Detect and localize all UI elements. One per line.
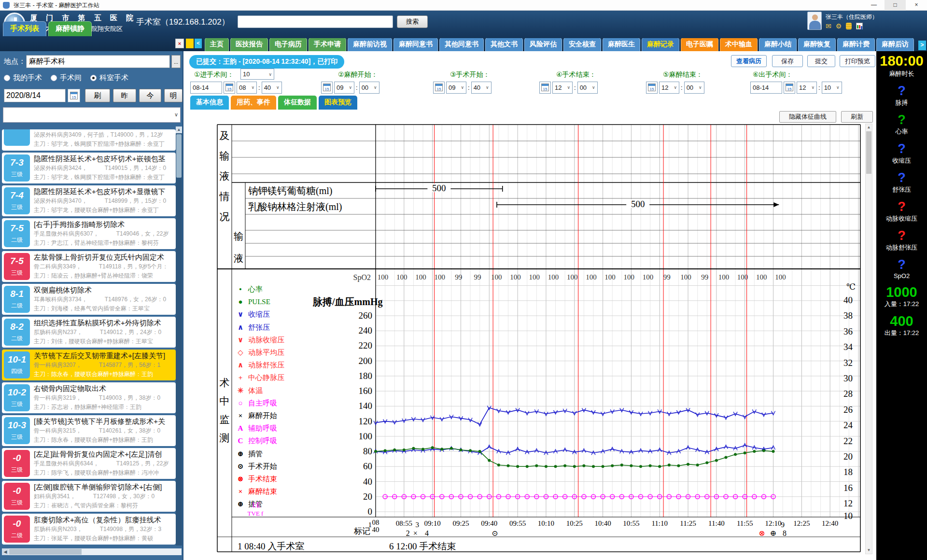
scroll-right-button[interactable]: > bbox=[918, 41, 926, 50]
tab-电子病历[interactable]: 电子病历 bbox=[269, 38, 307, 51]
date-tomorrow-button[interactable]: 明 bbox=[164, 89, 183, 102]
surgery-list-item[interactable]: 10-1四级关节镜下左后交叉韧带重建术+[左膝关节]骨一科病房3207， T14… bbox=[2, 350, 176, 380]
date-input[interactable] bbox=[4, 89, 66, 102]
calendar-button[interactable]: 15 bbox=[224, 82, 235, 94]
radio-科室手术[interactable]: 科室手术 bbox=[90, 73, 128, 83]
close-panel-button[interactable]: × bbox=[175, 39, 184, 48]
surgery-list-item[interactable]: 10-3三级[膝关节镜]关节镜下半月板修整成形术+关骨一科病房3215， T14… bbox=[2, 415, 176, 446]
tab-麻醉前访视[interactable]: 麻醉前访视 bbox=[348, 38, 392, 51]
hour-select[interactable]: 09∨ bbox=[334, 82, 354, 94]
hour-select[interactable]: 12∨ bbox=[797, 82, 817, 94]
scrollbar-thumb[interactable] bbox=[176, 134, 182, 178]
surgery-list-item[interactable]: 三级泌尿外科病房3409，何子皓，T149000，男，12岁主刀：邬宇龙，蛛网膜… bbox=[2, 129, 176, 151]
maximize-button[interactable]: □ bbox=[885, 0, 906, 11]
list-horizontal-scrollbar[interactable]: ◀ bbox=[2, 548, 182, 555]
search-button[interactable]: 搜索 bbox=[397, 15, 428, 28]
date-yesterday-button[interactable]: 昨 bbox=[113, 89, 136, 102]
close-button[interactable]: × bbox=[906, 0, 927, 11]
date-value-input[interactable]: 08-14 bbox=[190, 82, 222, 94]
tab-麻醉记录[interactable]: 麻醉记录 bbox=[642, 38, 679, 51]
surgery-list-item[interactable]: -0二级肛瘘切除术+高位（复杂性）肛瘘挂线术肛肠科病房N203， T149098… bbox=[2, 514, 176, 545]
tab-麻醉恢复[interactable]: 麻醉恢复 bbox=[798, 38, 836, 51]
minute-select[interactable]: 40∨ bbox=[262, 82, 282, 94]
sidebar-tab-麻醉镇静[interactable]: 麻醉镇静 bbox=[48, 21, 92, 36]
tab-其他文书[interactable]: 其他文书 bbox=[485, 38, 523, 51]
svg-text:12:25: 12:25 bbox=[793, 519, 810, 527]
hour-select[interactable]: 09∨ bbox=[446, 82, 466, 94]
tab-其他同意书[interactable]: 其他同意书 bbox=[439, 38, 484, 51]
hour-select[interactable]: 12∨ bbox=[659, 82, 679, 94]
location-input[interactable] bbox=[26, 55, 170, 68]
scroll-left-button[interactable]: < bbox=[195, 39, 202, 48]
tab-安全核查[interactable]: 安全核查 bbox=[563, 38, 601, 51]
radio-手术间[interactable]: 手术间 bbox=[51, 73, 82, 83]
scroll-up-icon[interactable]: ▲ bbox=[866, 124, 872, 131]
tab-麻醉小结[interactable]: 麻醉小结 bbox=[759, 38, 797, 51]
hide-curve-button[interactable]: 隐藏体征曲线 bbox=[779, 111, 836, 123]
coins-icon[interactable] bbox=[846, 23, 852, 29]
scroll-up-icon[interactable]: ▲ bbox=[176, 126, 182, 133]
surgery-list-item[interactable]: 7-3三级隐匿性阴茎延长术+包皮环切术+嵌顿包茎泌尿外科病房3424， T149… bbox=[2, 153, 176, 183]
subtab-体征数据[interactable]: 体征数据 bbox=[278, 96, 317, 110]
tab-电子医嘱[interactable]: 电子医嘱 bbox=[681, 38, 718, 51]
gear-icon[interactable]: ⚙ bbox=[836, 22, 842, 30]
date-refresh-button[interactable]: 刷 bbox=[85, 89, 110, 102]
tab-主页[interactable]: 主页 bbox=[205, 38, 229, 51]
scrollbar-thumb[interactable] bbox=[866, 131, 871, 174]
hour-select[interactable]: 08∨ bbox=[237, 82, 257, 94]
calendar-button[interactable]: 15 bbox=[784, 82, 795, 94]
surgery-list-item[interactable]: 7-5二级[右手]手拇指多指畸形切除术手足显微外科病房6307， T149046… bbox=[2, 218, 176, 249]
tab-医技报告[interactable]: 医技报告 bbox=[230, 38, 268, 51]
surgery-list-item[interactable]: 10-2三级右锁骨内固定物取出术骨一科病房3219， T149003，男，38岁… bbox=[2, 382, 176, 413]
date-value-input[interactable]: 08-14 bbox=[750, 82, 782, 94]
tab-风险评估[interactable]: 风险评估 bbox=[524, 38, 562, 51]
search-input[interactable] bbox=[238, 15, 393, 28]
sidebar-tab-手术列表[interactable]: 手术列表 bbox=[3, 21, 46, 36]
scrollbar-thumb[interactable] bbox=[9, 549, 82, 555]
filter-dropdown[interactable]: ∨ bbox=[3, 107, 181, 123]
calendar-button[interactable]: 15 bbox=[539, 82, 551, 94]
surgery-list-item[interactable]: 7-4三级隐匿性阴茎延长术+包皮环切术+显微镜下泌尿外科病房3470， T148… bbox=[2, 185, 176, 216]
save-button[interactable]: 保存 bbox=[772, 55, 803, 67]
refresh-button[interactable]: 刷新 bbox=[841, 111, 873, 123]
tab-手术申请[interactable]: 手术申请 bbox=[309, 38, 346, 51]
chart-vertical-scrollbar[interactable]: ▲ ▼ bbox=[865, 124, 872, 554]
priority-badge: 10-2三级 bbox=[4, 384, 30, 411]
minute-select[interactable]: 40∨ bbox=[471, 82, 492, 94]
date-today-button[interactable]: 今 bbox=[139, 89, 161, 102]
tab-麻醉后访[interactable]: 麻醉后访 bbox=[876, 38, 914, 51]
submit-button[interactable]: 提交 bbox=[807, 55, 835, 67]
view-record-button[interactable]: 查看病历 bbox=[731, 55, 767, 67]
tab-术中输血[interactable]: 术中输血 bbox=[720, 38, 758, 51]
list-vertical-scrollbar[interactable]: ▲ bbox=[176, 126, 182, 546]
subtab-用药、事件[interactable]: 用药、事件 bbox=[231, 96, 276, 110]
surgery-list-item[interactable]: -0三级[左侧]腹腔镜下单侧输卵管切除术+[右侧]妇科病房3541， T1274… bbox=[2, 481, 176, 512]
hour-select[interactable]: 12∨ bbox=[552, 82, 573, 94]
minimize-button[interactable]: — bbox=[863, 0, 885, 11]
location-more-button[interactable]: ... bbox=[171, 55, 181, 68]
radio-我的手术[interactable]: 我的手术 bbox=[4, 73, 42, 83]
subtab-基本信息[interactable]: 基本信息 bbox=[190, 96, 229, 110]
tab-麻醉同意书[interactable]: 麻醉同意书 bbox=[393, 38, 438, 51]
minute-select[interactable]: 10∨ bbox=[822, 82, 842, 94]
minute-select[interactable]: 00∨ bbox=[359, 82, 379, 94]
surgery-list-item[interactable]: 8-2二级组织选择性直肠粘膜环切术+外痔切除术肛肠科病房N237， T14901… bbox=[2, 317, 176, 348]
scroll-down-icon[interactable]: ▼ bbox=[866, 547, 872, 554]
calendar-button[interactable]: 15 bbox=[646, 82, 658, 94]
print-preview-button[interactable]: 打印预览 bbox=[840, 55, 875, 67]
tab-麻醉医生[interactable]: 麻醉医生 bbox=[603, 38, 640, 51]
calendar-button[interactable]: 15 bbox=[321, 82, 333, 94]
surgery-list-item[interactable]: 7-5三级左肱骨髁上骨折切开复位克氏针内固定术骨二科病房3349， T14911… bbox=[2, 251, 176, 282]
scroll-left-icon[interactable]: ◀ bbox=[2, 548, 9, 555]
tab-麻醉计费[interactable]: 麻醉计费 bbox=[837, 38, 875, 51]
subtab-图表预览[interactable]: 图表预览 bbox=[319, 96, 357, 110]
surgery-list-item[interactable]: 8-1二级双侧扁桃体切除术耳鼻喉科病房3734， T148976，女，26岁：0… bbox=[2, 284, 176, 315]
chart-icon[interactable] bbox=[856, 23, 863, 29]
minute-select[interactable]: 00∨ bbox=[684, 82, 704, 94]
minute-select[interactable]: 00∨ bbox=[577, 82, 598, 94]
room-select[interactable]: 10∨ bbox=[240, 69, 274, 80]
calendar-button[interactable]: 15 bbox=[68, 89, 80, 102]
calendar-button[interactable]: 15 bbox=[433, 82, 445, 94]
mail-icon[interactable]: ✉ bbox=[826, 22, 831, 30]
surgery-list-item[interactable]: -0三级[左足]趾骨骨折复位内固定术+[左足]清创手足显微外科病房6344， T… bbox=[2, 448, 176, 479]
